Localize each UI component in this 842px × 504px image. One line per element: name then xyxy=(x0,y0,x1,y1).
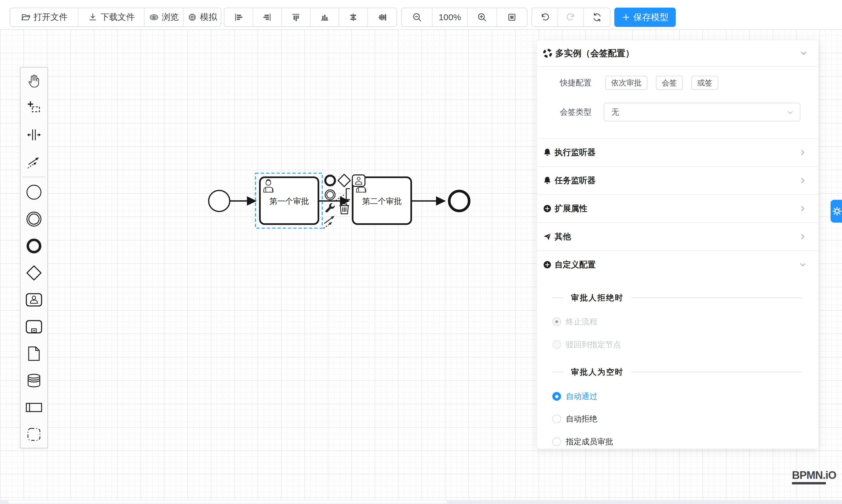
palette-group[interactable] xyxy=(20,421,48,448)
radio-label: 自动拒绝 xyxy=(566,414,597,424)
redo-icon xyxy=(565,12,576,22)
start-event-icon xyxy=(26,184,42,200)
toolbar-history-group xyxy=(531,7,611,27)
simulate-button[interactable]: 模拟 xyxy=(183,8,221,26)
quick-option-sequential[interactable]: 依次审批 xyxy=(605,76,647,90)
section-custom-config[interactable]: 自定义配置 xyxy=(537,250,818,278)
chevron-right-icon xyxy=(799,204,807,213)
section-other[interactable]: 其他 xyxy=(537,222,818,250)
open-file-button[interactable]: 打开文件 xyxy=(10,8,78,26)
palette-end-event[interactable] xyxy=(20,233,48,259)
palette-start-event[interactable] xyxy=(20,179,48,205)
preview-button[interactable]: 浏览 xyxy=(144,8,183,26)
section-task-listener[interactable]: 任务监听器 xyxy=(537,166,818,194)
zoom-in-button[interactable] xyxy=(468,8,497,26)
divider-line xyxy=(631,372,802,372)
space-tool[interactable] xyxy=(20,121,48,148)
palette-gateway[interactable] xyxy=(20,259,48,286)
zoom-out-button[interactable] xyxy=(402,8,433,26)
lasso-tool[interactable] xyxy=(20,94,48,121)
chevron-right-icon xyxy=(799,233,807,241)
section-extended-properties[interactable]: 扩展属性 xyxy=(537,194,818,222)
refresh-icon xyxy=(592,12,602,22)
palette-data-object[interactable] xyxy=(20,340,48,367)
fit-viewport-button[interactable] xyxy=(497,8,527,26)
multi-instance-icon xyxy=(543,49,552,58)
chip-icon xyxy=(187,12,197,22)
panel-header[interactable]: 多实例（会签配置） xyxy=(537,40,818,67)
align-middle-vertical-button[interactable] xyxy=(368,8,397,26)
bell-icon xyxy=(543,148,552,157)
align-right-button[interactable] xyxy=(253,8,282,26)
section-label: 执行监听器 xyxy=(555,147,799,158)
redo-button[interactable] xyxy=(558,8,584,26)
quick-option-countersign[interactable]: 会签 xyxy=(656,76,683,90)
section-label: 任务监听器 xyxy=(555,175,799,186)
hand-tool[interactable] xyxy=(20,68,48,94)
sign-type-value: 无 xyxy=(611,107,619,117)
toolbar: 打开文件 下载文件 浏览 模拟 xyxy=(0,0,842,30)
radio-icon xyxy=(552,317,561,326)
palette-intermediate-event[interactable] xyxy=(20,205,48,233)
data-store-icon xyxy=(26,373,42,388)
align-left-icon xyxy=(233,12,244,22)
palette-data-store[interactable] xyxy=(20,367,48,394)
download-file-button[interactable]: 下载文件 xyxy=(78,8,144,26)
gateway-icon xyxy=(26,265,42,281)
settings-tab[interactable] xyxy=(830,200,842,222)
horizontal-scrollbar[interactable] xyxy=(0,500,842,504)
bpmn-io-logo-underline xyxy=(792,482,826,484)
section-label: 扩展属性 xyxy=(555,203,799,214)
radio-label: 指定成员审批 xyxy=(566,436,613,447)
align-top-icon xyxy=(291,12,301,22)
align-bottom-button[interactable] xyxy=(311,8,339,26)
fit-viewport-icon xyxy=(507,12,517,22)
properties-panel: 多实例（会签配置） 快捷配置 依次审批 会签 或签 会签类型 无 执行监听器 xyxy=(537,40,818,449)
palette-subprocess[interactable] xyxy=(20,313,48,340)
align-top-button[interactable] xyxy=(282,8,311,26)
simulate-label: 模拟 xyxy=(200,12,217,23)
radio-auto-reject[interactable]: 自动拒绝 xyxy=(552,414,597,424)
radio-terminate-process[interactable]: 终止流程 xyxy=(552,317,597,327)
gear-icon xyxy=(832,206,842,216)
section-execution-listener[interactable]: 执行监听器 xyxy=(537,138,818,166)
user-task-icon xyxy=(25,293,42,307)
undo-button[interactable] xyxy=(532,8,558,26)
reset-button[interactable] xyxy=(584,8,610,26)
quick-config-label: 快捷配置 xyxy=(537,77,592,88)
radio-assign-member[interactable]: 指定成员审批 xyxy=(552,436,613,447)
radio-icon xyxy=(552,340,561,349)
radio-return-to-node[interactable]: 驳回到指定节点 xyxy=(552,339,621,350)
align-right-icon xyxy=(262,12,272,22)
global-connect-tool[interactable] xyxy=(20,148,48,175)
panel-title: 多实例（会签配置） xyxy=(555,48,799,59)
divider-line xyxy=(631,298,802,298)
palette-user-task[interactable] xyxy=(20,286,48,313)
plus-icon xyxy=(621,13,630,22)
sign-type-select[interactable]: 无 xyxy=(604,103,801,121)
reject-divider: 审批人拒绝时 xyxy=(552,292,802,303)
bpmn-modeler-app: 打开文件 下载文件 浏览 模拟 xyxy=(0,0,842,504)
palette-participant[interactable] xyxy=(20,394,48,421)
folder-open-icon xyxy=(21,12,31,22)
scrollbar-thumb[interactable] xyxy=(8,501,447,503)
radio-label: 驳回到指定节点 xyxy=(566,339,621,350)
zoom-level[interactable]: 100% xyxy=(433,8,468,26)
chevron-down-icon xyxy=(786,109,794,116)
lasso-icon xyxy=(27,100,41,115)
align-left-button[interactable] xyxy=(225,8,253,26)
empty-title: 审批人为空时 xyxy=(571,367,624,377)
quick-option-orsign[interactable]: 或签 xyxy=(691,76,718,90)
save-model-button[interactable]: 保存模型 xyxy=(614,7,676,27)
radio-auto-pass[interactable]: 自动通过 xyxy=(552,391,597,402)
bpmn-io-logo[interactable]: BPMN.iO xyxy=(792,469,836,484)
end-event-icon xyxy=(26,238,42,254)
toolbar-align-group xyxy=(224,7,397,27)
zoom-level-value: 100% xyxy=(439,12,461,22)
intermediate-event-icon xyxy=(26,211,42,227)
sign-type-row: 会签类型 无 xyxy=(537,103,818,121)
align-center-horizontal-button[interactable] xyxy=(339,8,368,26)
chevron-down-icon xyxy=(799,49,808,58)
divider-line xyxy=(552,372,563,372)
open-file-label: 打开文件 xyxy=(34,12,68,23)
